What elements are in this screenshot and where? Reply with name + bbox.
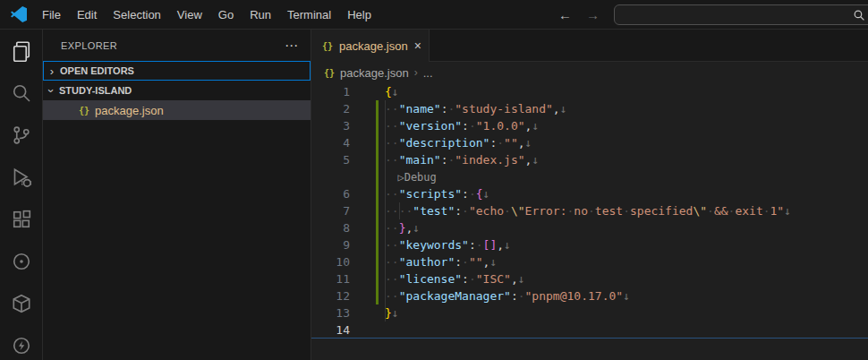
line-number: 6 [311,185,350,202]
code-line[interactable]: 11··"license":·"ISC",↓ [311,270,868,287]
token-w: ·· [385,289,399,303]
more-actions-icon[interactable]: ⋯ [285,38,298,54]
token-a: ↓ [784,204,791,218]
code-line[interactable]: 9··"keywords":·[],↓ [311,236,868,253]
tab-label: package.json [339,39,408,53]
activity-bar-item-source-control[interactable] [0,114,43,156]
token-s: test [595,204,623,218]
token-p: , [511,272,518,286]
token-k: "keywords" [399,238,469,252]
token-k: "name" [399,102,441,116]
file-item-package-json[interactable]: {} package.json [43,100,311,120]
codelens-row[interactable]: ▷Debug [311,168,868,185]
git-added-gutter [376,219,379,236]
token-s: "" [504,136,518,150]
history-navigation: ← → [558,0,600,30]
menu-selection[interactable]: Selection [105,0,168,30]
token-s: 1" [770,204,785,218]
token-a: ↓ [504,238,511,252]
menu-help[interactable]: Help [339,0,379,30]
token-w: · [469,187,476,201]
package-cube-icon [11,293,32,314]
line-number: 13 [311,304,350,321]
token-p: : [462,187,469,201]
code-line[interactable]: 1{↓ [311,83,868,100]
token-p: , [518,136,525,150]
activity-bar-item-extensions[interactable] [0,198,43,240]
token-w: · [462,204,469,218]
token-w: · [504,204,511,218]
code-line[interactable]: 12··"packageManager":·"pnpm@10.17.0"↓ [311,287,868,304]
git-added-gutter [376,321,379,338]
code-line[interactable]: 7····"test":·"echo·\"Error:·no·test·spec… [311,202,868,219]
token-k: "license" [399,272,462,286]
breadcrumb-symbol[interactable]: ... [423,66,433,80]
token-w: · [588,204,595,218]
codelens-debug[interactable]: ▷Debug [385,171,437,184]
code-line[interactable]: 6··"scripts":·{↓ [311,185,868,202]
activity-bar-item-extension-b[interactable] [0,282,43,324]
activity-bar-item-extension-c[interactable] [0,324,43,360]
git-added-gutter [376,253,379,270]
token-k: "packageManager" [399,289,511,303]
token-w: · [469,272,476,286]
git-added-gutter [376,151,379,168]
tab-package-json[interactable]: {} package.json × [311,30,430,62]
menu-file[interactable]: File [34,0,69,30]
back-arrow-icon[interactable]: ← [558,7,572,22]
code-line[interactable]: 4··"description":·"",↓ [311,134,868,151]
token-w: · [462,255,469,269]
forward-arrow-icon[interactable]: → [586,7,600,22]
token-p: : [462,119,469,133]
token-b1: } [385,306,392,320]
token-p: , [553,102,560,116]
line-number: 1 [311,83,350,100]
git-added-gutter [376,100,379,117]
chevron-right-icon: › [414,66,418,79]
section-project-root[interactable]: › STUDY-ISLAND [43,81,311,100]
code-line[interactable]: 10··"author":·"",↓ [311,253,868,270]
section-open-editors[interactable]: › OPEN EDITORS [43,61,311,81]
token-p: : [511,289,518,303]
code-line[interactable]: 13}↓ [311,304,868,321]
git-added-gutter [376,185,379,202]
menu-run[interactable]: Run [242,0,279,30]
line-number: 5 [311,151,350,168]
command-center-search[interactable] [614,4,868,25]
token-a: ↓ [560,102,567,116]
files-icon [11,40,32,62]
code-line[interactable]: 2··"name":·"study-island",↓ [311,100,868,117]
line-number: 8 [311,219,350,236]
activity-bar [0,30,43,360]
token-a: ↓ [392,306,399,320]
token-s: "study-island" [455,102,553,116]
line-number: 9 [311,236,350,253]
activity-bar-item-extension-a[interactable] [0,240,43,282]
line-number: 4 [311,134,350,151]
code-line[interactable]: 14 [311,321,868,339]
token-s: specified [630,204,693,218]
activity-bar-item-search[interactable] [0,72,43,114]
code-line[interactable]: 5··"main":·"index.js",↓ [311,151,868,168]
activity-bar-item-explorer[interactable] [0,30,43,72]
close-icon[interactable]: × [414,39,421,53]
code-editor[interactable]: 1{↓2··"name":·"study-island",↓3··"versio… [311,83,868,360]
token-a: ↓ [623,289,630,303]
code-line[interactable]: 3··"version":·"1.0.0",↓ [311,117,868,134]
menu-terminal[interactable]: Terminal [279,0,339,30]
token-k: "description" [399,136,490,150]
code-line[interactable]: 8··},↓ [311,219,868,236]
menu-edit[interactable]: Edit [69,0,105,30]
run-debug-icon [11,167,32,188]
token-a: ↓ [483,187,490,201]
token-s: "index.js" [455,153,524,167]
activity-bar-item-run-debug[interactable] [0,156,43,198]
menu-bar: File Edit Selection View Go Run Terminal… [34,0,379,30]
breadcrumb-file[interactable]: package.json [340,66,409,80]
line-number: 10 [311,253,350,270]
token-s: "1.0.0" [476,119,525,133]
menu-view[interactable]: View [169,0,210,30]
source-control-icon [11,124,32,146]
git-added-gutter [376,168,379,185]
menu-go[interactable]: Go [210,0,242,30]
